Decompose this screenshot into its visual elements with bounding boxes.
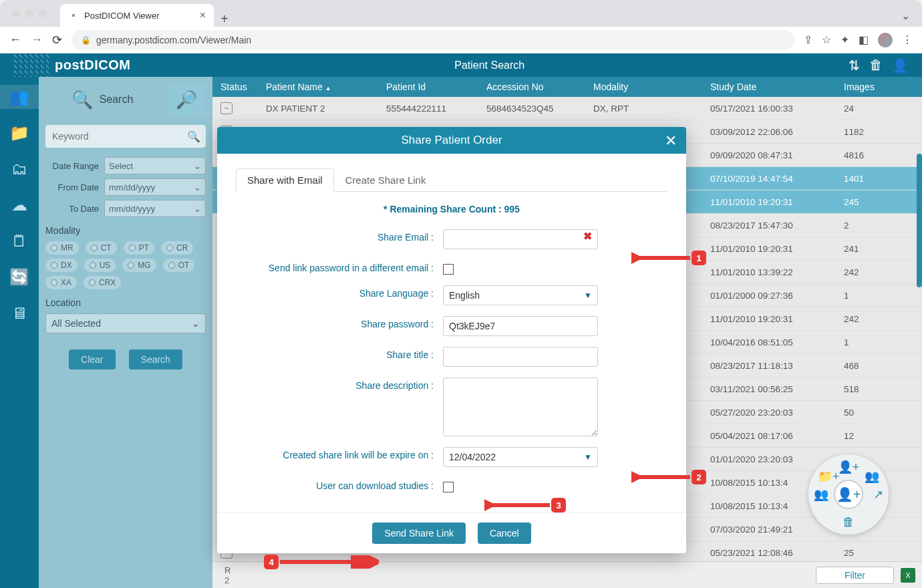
keyword-input[interactable] xyxy=(45,125,206,148)
share-title-input[interactable] xyxy=(443,347,598,367)
expire-date-label: Created share link will be expire on : xyxy=(236,447,443,460)
modality-chip-xa[interactable]: XA xyxy=(45,276,77,289)
chevron-down-icon: ⌄ xyxy=(194,182,201,192)
share-icon[interactable]: ↗ xyxy=(873,487,883,502)
upload-icon[interactable]: ☁ xyxy=(0,193,39,217)
monitors-icon[interactable]: 🖥 xyxy=(0,301,39,325)
col-images[interactable]: Images xyxy=(844,82,904,92)
study-date-cell: 11/01/2010 13:39:22 xyxy=(710,267,844,277)
radio-icon xyxy=(128,262,134,269)
study-date-cell: 03/09/2012 22:06:06 xyxy=(710,127,844,137)
study-date-cell: 11/01/2010 19:20:31 xyxy=(710,244,844,254)
filter-button[interactable]: Filter xyxy=(816,567,894,584)
modality-chip-cr[interactable]: CR xyxy=(161,241,193,255)
accession-cell: 5684634523Q45 xyxy=(486,104,593,114)
tab-share-with-email[interactable]: Share with Email xyxy=(236,168,334,192)
col-status[interactable]: Status xyxy=(212,82,266,92)
sort-icon[interactable]: ⇅ xyxy=(849,57,860,74)
remaining-share-count: * Remaining Share Count : 995 xyxy=(236,204,667,214)
share-password-label: Share password : xyxy=(236,316,443,329)
location-select[interactable]: All Selected⌄ xyxy=(45,313,206,333)
lock-icon: 🔒 xyxy=(81,35,91,45)
modality-chip-us[interactable]: US xyxy=(84,259,116,272)
modality-chip-mr[interactable]: MR xyxy=(45,241,79,255)
patients-icon[interactable]: 👥 xyxy=(0,85,39,109)
add-folder-icon[interactable]: 📁+ xyxy=(818,469,840,484)
col-modality[interactable]: Modality xyxy=(593,82,710,92)
send-share-link-button[interactable]: Send Share Link xyxy=(372,523,466,544)
chevron-down-icon: ▼ xyxy=(584,452,592,462)
col-study-date[interactable]: Study Date xyxy=(710,82,844,92)
forward-button[interactable]: → xyxy=(31,33,43,47)
share-email-input[interactable] xyxy=(443,229,598,249)
study-date-cell: 11/01/2010 19:20:31 xyxy=(710,314,844,324)
share-group-icon[interactable]: 👥 xyxy=(865,469,879,484)
images-cell: 1 xyxy=(844,291,904,301)
modality-chip-ct[interactable]: CT xyxy=(86,241,117,255)
modality-chip-mg[interactable]: MG xyxy=(122,259,156,272)
study-date-cell: 10/04/2016 08:51:05 xyxy=(710,337,844,347)
share-icon[interactable]: ⇪ xyxy=(804,33,812,46)
search-tab-basic[interactable]: 🔍 Search xyxy=(45,84,159,116)
chevron-down-icon[interactable]: ⌄ xyxy=(901,9,910,22)
back-button[interactable]: ← xyxy=(9,33,21,47)
clear-button[interactable]: Clear xyxy=(69,349,115,370)
modality-chip-pt[interactable]: PT xyxy=(124,241,154,255)
folder-icon[interactable]: 📁 xyxy=(0,121,39,145)
fab-wheel: 👤+ 👥 ↗ 🗑 👥 📁+ 👤+ xyxy=(808,454,889,535)
add-person-icon[interactable]: 👤+ xyxy=(838,460,860,474)
delete-icon[interactable]: 🗑 xyxy=(842,515,855,529)
reload-button[interactable]: ⟳ xyxy=(52,33,62,47)
modality-chip-crx[interactable]: CRX xyxy=(84,276,121,289)
new-tab-button[interactable]: + xyxy=(214,11,235,27)
from-date-input[interactable]: mm/dd/yyyy⌄ xyxy=(104,178,206,196)
list-search-icon[interactable]: 🗒 xyxy=(0,229,39,253)
group-icon[interactable]: 👥 xyxy=(814,487,828,502)
table-row[interactable]: ~DX PATIENT 25554442221115684634523Q45DX… xyxy=(212,97,922,120)
share-email-label: Share Email : xyxy=(236,229,443,243)
study-date-cell: 08/23/2017 15:47:30 xyxy=(710,220,844,231)
logo-text: postDICOM xyxy=(55,57,130,73)
avatar[interactable] xyxy=(878,33,893,47)
sync-icon[interactable]: 🔄 xyxy=(0,265,39,289)
col-patient-id[interactable]: Patient Id xyxy=(386,82,486,92)
can-download-checkbox[interactable] xyxy=(443,482,454,492)
trash-icon[interactable]: 🗑 xyxy=(869,57,883,74)
tab-create-share-link[interactable]: Create Share Link xyxy=(334,168,438,191)
share-patient-order-modal: Share Patient Order ✕ Share with Email C… xyxy=(217,127,686,553)
col-patient-name[interactable]: Patient Name▲ xyxy=(266,82,386,92)
cancel-button[interactable]: Cancel xyxy=(478,523,531,544)
search-icon[interactable]: 🔍 xyxy=(187,130,200,143)
kebab-icon[interactable]: ⋮ xyxy=(902,33,913,46)
close-icon[interactable]: ✕ xyxy=(665,132,677,150)
send-pwd-diff-checkbox[interactable] xyxy=(443,264,454,275)
extensions-icon[interactable]: ✦ xyxy=(840,33,849,46)
star-icon[interactable]: ☆ xyxy=(822,33,831,46)
expire-date-select[interactable]: 12/04/2022▼ xyxy=(443,447,598,467)
modality-chip-dx[interactable]: DX xyxy=(45,259,78,272)
user-icon[interactable]: 👤 xyxy=(892,57,909,74)
share-password-input[interactable] xyxy=(443,316,598,336)
logo-icon xyxy=(13,53,49,77)
search-button[interactable]: Search xyxy=(129,349,182,370)
scrollbar[interactable] xyxy=(917,154,922,287)
close-icon[interactable]: × xyxy=(200,9,206,21)
date-range-select[interactable]: Select⌄ xyxy=(104,157,206,174)
share-description-input[interactable] xyxy=(443,378,598,436)
modality-chip-ot[interactable]: OT xyxy=(163,259,195,272)
col-accession-no[interactable]: Accession No xyxy=(486,82,593,92)
address-bar[interactable]: 🔒 germany.postdicom.com/Viewer/Main xyxy=(71,30,794,50)
modality-cell: DX, RPT xyxy=(593,104,710,114)
fab-center-button[interactable]: 👤+ xyxy=(834,480,863,509)
radio-icon xyxy=(51,262,57,269)
export-excel-icon[interactable]: X xyxy=(901,568,915,583)
cards-icon[interactable]: 🗂 xyxy=(0,157,39,181)
study-date-cell: 05/23/2021 12:08:46 xyxy=(710,548,844,558)
images-cell: 242 xyxy=(844,314,904,324)
search-tab-label: Search xyxy=(100,94,134,106)
browser-tab[interactable]: PostDICOM Viewer × xyxy=(60,4,214,27)
share-language-select[interactable]: English▼ xyxy=(443,285,598,305)
to-date-input[interactable]: mm/dd/yyyy⌄ xyxy=(104,200,206,217)
search-tab-advanced[interactable]: 🔎 xyxy=(167,84,206,116)
panel-icon[interactable]: ◧ xyxy=(859,33,869,46)
